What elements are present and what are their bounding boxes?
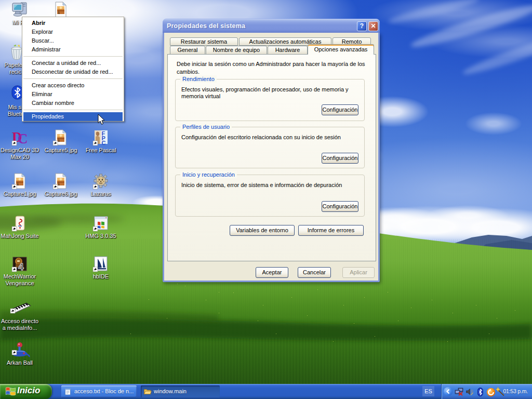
svg-text:C: C [102, 140, 106, 146]
svg-text:4: 4 [18, 261, 24, 272]
svg-text:C: C [18, 131, 28, 146]
